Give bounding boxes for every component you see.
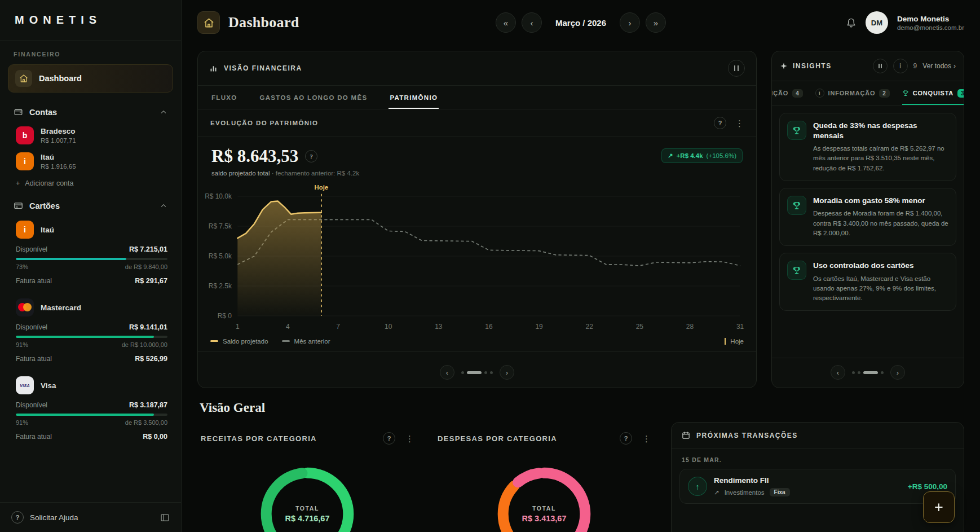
header-right: DM Demo Monetis demo@monetis.com.br [846, 11, 964, 34]
current-period: Março / 2026 [555, 18, 606, 28]
insight-body: As despesas totais caíram de R$ 5.262,97… [813, 144, 948, 173]
insight-content: Moradia com gasto 58% menor Despesas de … [813, 196, 948, 238]
collapse-sidebar-icon[interactable] [160, 513, 170, 522]
prev-month-button[interactable]: ‹ [522, 12, 542, 33]
line-chart-svg: R$ 0R$ 2.5kR$ 5.0kR$ 7.5kR$ 10.0k1471013… [202, 181, 747, 332]
expense-total-value: R$ 3.413,67 [522, 514, 566, 523]
see-all-button[interactable]: Ver todos › [922, 62, 956, 70]
kebab-menu-icon[interactable]: ⋮ [735, 119, 744, 127]
help-tooltip-icon[interactable]: ? [714, 117, 726, 129]
add-account-button[interactable]: + Adicionar conta [8, 174, 173, 194]
available-value: R$ 3.187,87 [129, 401, 167, 409]
available-label: Disponível [16, 401, 47, 409]
last-month-button[interactable]: » [646, 12, 666, 33]
chevron-up-icon[interactable] [160, 108, 167, 116]
carousel-next-button[interactable]: › [890, 365, 905, 380]
svg-text:22: 22 [586, 323, 594, 331]
tab-patrimonio[interactable]: PATRIMÔNIO [389, 86, 439, 109]
sidebar-scroll[interactable]: FINANCEIRO Dashboard Contas b Bradesco R… [0, 41, 181, 502]
insight-card[interactable]: Moradia com gasto 58% menor Despesas de … [779, 188, 956, 246]
insights-count: 9 [913, 62, 917, 70]
svg-text:10: 10 [385, 323, 392, 331]
insights-tab-conquista[interactable]: CONQUISTA 3 [902, 81, 964, 105]
svg-text:13: 13 [435, 323, 443, 331]
account-item-itau[interactable]: i Itaú R$ 1.916,65 [10, 148, 173, 174]
insight-card[interactable]: Queda de 33% nas despesas mensais As des… [779, 113, 956, 181]
kebab-menu-icon[interactable]: ⋮ [642, 434, 651, 443]
insight-title: Moradia com gasto 58% menor [813, 196, 948, 206]
invoice-label: Fatura atual [16, 433, 52, 441]
page-title: Dashboard [228, 14, 299, 31]
upcoming-transactions-card: PRÓXIMAS TRANSAÇÕES 15 DE MAR. ↑ Rendime… [671, 422, 964, 532]
svg-text:19: 19 [535, 323, 543, 331]
kebab-menu-icon[interactable]: ⋮ [405, 434, 414, 443]
available-row: Disponível R$ 9.141,01 [16, 323, 167, 331]
limit-total: de R$ 3.500,00 [125, 419, 167, 426]
carousel-prev-button[interactable]: ‹ [831, 365, 845, 380]
pause-icon [734, 65, 739, 71]
available-value: R$ 7.215,01 [129, 245, 167, 253]
financial-carousel: ‹ › [198, 358, 756, 388]
carousel-next-button[interactable]: › [500, 365, 514, 380]
legend-projected: Saldo projetado [210, 338, 268, 345]
cards-section-header[interactable]: Cartões [8, 194, 173, 216]
card-header[interactable]: Mastercard [16, 298, 167, 316]
chevron-right-icon: › [953, 62, 956, 70]
limit-progress-track [16, 336, 167, 338]
insight-body: Despesas de Moradia foram de R$ 1.400,00… [813, 209, 948, 238]
info-button[interactable]: i [893, 59, 908, 73]
bar-chart-icon [209, 64, 218, 73]
account-name: Itaú [41, 153, 76, 161]
avatar[interactable]: DM [866, 11, 888, 34]
insights-panel: INSIGHTS i 9 Ver todos › [771, 51, 964, 388]
add-transaction-fab[interactable]: + [923, 491, 955, 523]
insights-tab-atencao[interactable]: ATENÇÃO 4 [772, 81, 803, 105]
limit-total: de R$ 10.000,00 [122, 341, 167, 348]
available-row: Disponível R$ 3.187,87 [16, 401, 167, 409]
help-tooltip-icon[interactable]: ? [383, 432, 395, 445]
carousel-prev-button[interactable]: ‹ [440, 365, 454, 380]
transaction-row[interactable]: ↑ Rendimento FII ↗ Investimentos Fixa +R… [679, 469, 956, 504]
help-tooltip-icon[interactable]: ? [620, 432, 632, 445]
svg-text:31: 31 [736, 323, 744, 331]
insight-card[interactable]: Uso controlado dos cartões Os cartões It… [779, 253, 956, 311]
card-header[interactable]: VISA Visa [16, 376, 167, 394]
home-icon [204, 17, 214, 28]
bell-icon [846, 17, 857, 28]
chevron-up-icon[interactable] [160, 202, 167, 210]
card-item-mastercard: Mastercard Disponível R$ 9.141,01 91% de… [10, 294, 173, 372]
tab-fluxo[interactable]: FLUXO [210, 86, 238, 109]
accounts-section-header[interactable]: Contas [8, 100, 173, 122]
insights-header: INSIGHTS i 9 Ver todos › [772, 51, 964, 81]
notifications-button[interactable] [846, 17, 857, 28]
tab-count-badge: 4 [792, 89, 802, 98]
account-balance: R$ 1.916,65 [41, 163, 76, 170]
pause-button[interactable] [873, 59, 888, 73]
delta-badge: ↗ +R$ 4.4k (+105.6%) [661, 148, 743, 163]
delta-percent: (+105.6%) [707, 152, 736, 159]
first-month-button[interactable]: « [496, 12, 516, 33]
tab-gastos[interactable]: GASTOS AO LONGO DO MÊS [258, 86, 368, 109]
account-item-bradesco[interactable]: b Bradesco R$ 1.007,71 [10, 122, 173, 148]
visa-logo-text: VISA [20, 384, 30, 388]
home-button[interactable] [197, 11, 220, 34]
invoice-row: Fatura atual R$ 0,00 [16, 433, 167, 441]
bradesco-logo-icon: b [16, 126, 34, 144]
carousel-dots[interactable] [852, 371, 884, 374]
help-button[interactable]: Solicitar Ajuda [30, 513, 78, 522]
insights-tab-informacao[interactable]: i INFORMAÇÃO 2 [815, 81, 890, 105]
svg-text:R$ 7.5k: R$ 7.5k [209, 222, 232, 230]
pause-button[interactable] [728, 60, 745, 77]
next-month-button[interactable]: › [620, 12, 640, 33]
carousel-dots[interactable] [461, 371, 493, 374]
card-header[interactable]: i Itaú [16, 221, 167, 239]
insights-carousel: ‹ › [772, 358, 964, 388]
amount-help-icon[interactable]: ? [305, 150, 317, 162]
transactions-date-group: 15 DE MAR. [672, 449, 964, 469]
limit-progress-track [16, 414, 167, 416]
legend-today: Hoje [725, 338, 744, 345]
sidebar-item-dashboard[interactable]: Dashboard [8, 64, 173, 93]
month-navigation: « ‹ Março / 2026 › » [496, 12, 666, 33]
help-icon: ? [11, 511, 24, 524]
percent-used: 73% [16, 263, 28, 270]
